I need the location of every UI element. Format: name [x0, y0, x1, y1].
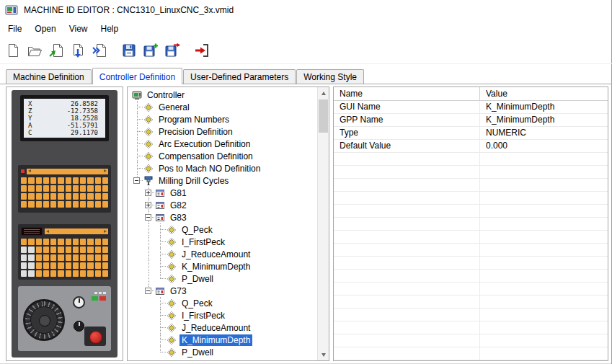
- key-icon: [87, 193, 93, 200]
- property-row-empty: [334, 308, 608, 321]
- exit-button[interactable]: [192, 41, 210, 59]
- jog-dial-icon: [23, 299, 65, 341]
- tree-item-k-minimumdepth[interactable]: K_MinimumDepth: [129, 260, 316, 272]
- tree-item-label: J_ReduceAmount: [179, 249, 252, 260]
- expand-icon[interactable]: [145, 190, 151, 196]
- menu-open[interactable]: Open: [28, 21, 62, 37]
- key-icon: [73, 254, 79, 261]
- key-icon: [43, 177, 49, 184]
- key-icon: [87, 185, 93, 192]
- save-export-button[interactable]: [163, 41, 181, 59]
- properties-body: GUI NameK_MinimumDepthGPP NameK_MinimumD…: [334, 101, 608, 360]
- open-folder-button[interactable]: [25, 41, 43, 59]
- tree-item-label: Milling Drill Cycles: [156, 175, 231, 187]
- tab-machine-definition[interactable]: Machine Definition: [6, 69, 92, 84]
- tree-item-j-reduceamount[interactable]: J_ReduceAmount: [129, 248, 316, 260]
- key-icon: [28, 247, 34, 253]
- menu-file[interactable]: File: [1, 21, 28, 37]
- column-header-name: Name: [334, 87, 480, 100]
- property-name: [334, 283, 480, 295]
- axis-readout-x: X26.8582: [28, 100, 98, 107]
- tab-user-defined-parameters[interactable]: User-Defined Parameters: [183, 69, 296, 84]
- tree-item-p-dwell[interactable]: P_Dwell: [129, 346, 316, 358]
- tree-connector: [143, 285, 155, 297]
- key-icon: [80, 177, 86, 184]
- save-document-button[interactable]: [68, 41, 87, 59]
- key-icon: [36, 254, 42, 261]
- tree-item-k-minimumdepth[interactable]: K_MinimumDepth: [129, 334, 316, 346]
- tree-item-controller[interactable]: Controller: [129, 89, 316, 101]
- key-icon: [102, 254, 108, 261]
- keyboard-lower-keys: [21, 239, 108, 277]
- property-row-empty: [334, 166, 608, 179]
- tree-item-g82[interactable]: G82: [129, 199, 316, 211]
- tree-item-q-peck[interactable]: Q_Peck: [129, 223, 316, 236]
- menu-view[interactable]: View: [63, 21, 94, 37]
- tab-working-style[interactable]: Working Style: [296, 69, 364, 84]
- tree-item-general[interactable]: General: [129, 101, 316, 113]
- property-row-empty: [334, 321, 608, 334]
- tree-item-i-firstpeck[interactable]: I_FirstPeck: [129, 309, 316, 321]
- tree-connector: [155, 272, 167, 285]
- tree-connector: [132, 113, 143, 125]
- machine-id-editor-window: MACHINE ID EDITOR : CNC1310_LinuxCNC_3x.…: [0, 0, 612, 364]
- key-icon: [102, 201, 108, 208]
- property-row-gui-name[interactable]: GUI NameK_MinimumDepth: [334, 101, 608, 114]
- tree-item-q-peck[interactable]: Q_Peck: [129, 297, 316, 309]
- property-row-default-value[interactable]: Default Value0.000: [334, 140, 608, 153]
- save-new-button[interactable]: [141, 41, 159, 59]
- property-row-type[interactable]: TypeNUMERIC: [334, 127, 608, 140]
- tree-item-precision-definition[interactable]: Precision Definition: [129, 125, 316, 138]
- tree-item-milling-drill-cycles[interactable]: Milling Drill Cycles: [129, 174, 316, 187]
- tree-item-g73[interactable]: G73: [129, 285, 316, 297]
- tree-item-pos-to-mach-no-definition[interactable]: Pos to Mach NO Definition: [129, 162, 316, 174]
- property-value: [480, 347, 608, 360]
- property-value: 0.000: [480, 140, 608, 152]
- collapse-icon[interactable]: [145, 214, 151, 221]
- tree-item-program-numbers[interactable]: Program Numbers: [129, 113, 316, 125]
- scroll-up-button[interactable]: [318, 87, 329, 99]
- tree-item-compensation-definition[interactable]: Compensation Definition: [129, 150, 316, 162]
- control-panel: [18, 286, 111, 351]
- tree-item-arc-execution-definition[interactable]: Arc Execution Definition: [129, 138, 316, 150]
- tree-item-g81[interactable]: G81: [129, 187, 316, 199]
- property-row-empty: [334, 283, 608, 296]
- tree-guide: [143, 272, 155, 285]
- save-button[interactable]: [120, 41, 138, 59]
- send-document-button[interactable]: [90, 41, 108, 59]
- tree-scrollbar[interactable]: [317, 87, 329, 360]
- key-icon: [95, 193, 101, 200]
- red-segment-display: [21, 227, 43, 236]
- scroll-down-button[interactable]: [318, 349, 329, 360]
- property-name: [334, 205, 480, 217]
- property-row-gpp-name[interactable]: GPP NameK_MinimumDepth: [334, 114, 608, 127]
- collapse-icon[interactable]: [145, 288, 151, 294]
- tree-item-g83[interactable]: G83: [129, 211, 316, 223]
- expand-icon[interactable]: [145, 202, 151, 208]
- tree-item-label: Arc Execution Definition: [156, 138, 252, 150]
- scrollbar-thumb[interactable]: [319, 99, 328, 133]
- key-icon: [50, 262, 56, 269]
- collapse-icon[interactable]: [133, 177, 140, 184]
- key-icon: [95, 239, 101, 245]
- new-document-button[interactable]: [4, 41, 22, 59]
- tree-item-label: I_FirstPeck: [179, 310, 227, 321]
- property-name: GPP Name: [334, 114, 480, 126]
- parameter-icon: [167, 347, 177, 358]
- key-icon: [28, 262, 34, 269]
- property-value: [480, 218, 608, 230]
- tree-item-label: P_Dwell: [179, 347, 216, 358]
- tree-item-i-firstpeck[interactable]: I_FirstPeck: [129, 236, 316, 248]
- key-icon: [73, 262, 79, 269]
- tree-item-p-dwell[interactable]: P_Dwell: [129, 272, 316, 285]
- tab-controller-definition[interactable]: Controller Definition: [92, 68, 182, 84]
- tree-item-j-reduceamount[interactable]: J_ReduceAmount: [129, 321, 316, 334]
- menu-help[interactable]: Help: [94, 21, 125, 37]
- property-value: [480, 308, 608, 321]
- menu-bar: FileOpenViewHelp: [0, 20, 612, 37]
- property-value: [480, 257, 608, 269]
- property-row-empty: [334, 347, 608, 360]
- import-document-button[interactable]: [47, 41, 65, 59]
- key-icon: [36, 177, 42, 184]
- property-name: [334, 270, 480, 282]
